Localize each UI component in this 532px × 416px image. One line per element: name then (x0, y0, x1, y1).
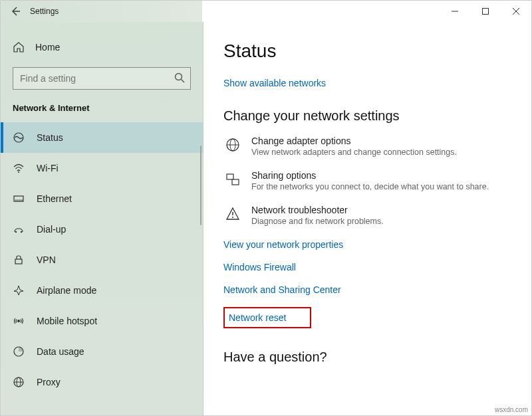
sidebar-item-label: Wi-Fi (37, 163, 59, 173)
sidebar-item-status[interactable]: Status (1, 122, 203, 153)
search-input[interactable] (13, 67, 191, 90)
link-windows-firewall[interactable]: Windows Firewall (223, 262, 511, 272)
sidebar-item-label: VPN (37, 255, 56, 265)
sidebar-section-label: Network & Internet (1, 99, 203, 122)
svg-point-28 (232, 217, 233, 218)
sidebar-scrollbar[interactable] (200, 146, 201, 225)
minimize-icon (452, 8, 458, 15)
proxy-icon (13, 376, 25, 388)
settings-window: Settings Home Network & Internet (0, 0, 532, 416)
sidebar-item-airplane[interactable]: Airplane mode (1, 275, 203, 306)
svg-point-5 (176, 74, 182, 80)
window-body: Home Network & Internet Status Wi-Fi (1, 22, 531, 415)
option-desc: For the networks you connect to, decide … (251, 182, 489, 191)
highlight-box: Network reset (223, 307, 311, 328)
minimize-button[interactable] (440, 1, 470, 22)
sidebar-item-label: Data usage (37, 346, 84, 357)
troubleshooter-icon (223, 205, 242, 226)
option-sharing[interactable]: Sharing options For the networks you con… (223, 170, 511, 191)
svg-point-14 (15, 231, 17, 233)
arrow-left-icon (10, 6, 21, 17)
option-desc: View network adapters and change connect… (251, 148, 457, 157)
status-icon (13, 132, 25, 144)
search-field-wrap (13, 67, 191, 90)
close-icon (513, 8, 519, 15)
sidebar-home[interactable]: Home (1, 33, 203, 62)
sidebar-item-hotspot[interactable]: Mobile hotspot (1, 306, 203, 336)
show-networks-link[interactable]: Show available networks (223, 78, 326, 88)
home-label: Home (35, 42, 60, 52)
maximize-icon (482, 8, 489, 15)
content-pane: Status Show available networks Change yo… (203, 22, 531, 415)
option-troubleshooter[interactable]: Network troubleshooter Diagnose and fix … (223, 205, 511, 226)
sidebar-item-dialup[interactable]: Dial-up (1, 214, 203, 245)
sidebar-item-datausage[interactable]: Data usage (1, 336, 203, 367)
link-view-properties[interactable]: View your network properties (223, 239, 511, 250)
window-controls (440, 1, 531, 22)
option-title: Sharing options (251, 170, 489, 181)
sidebar-item-label: Status (37, 132, 63, 143)
back-button[interactable] (1, 1, 30, 22)
search-icon (174, 72, 186, 84)
home-icon (13, 41, 25, 53)
airplane-icon (13, 284, 25, 296)
page-title: Status (223, 41, 511, 62)
sidebar-item-label: Dial-up (37, 224, 66, 235)
window-title: Settings (30, 7, 59, 16)
sidebar-item-label: Mobile hotspot (37, 316, 97, 326)
watermark: wsxdn.com (495, 406, 528, 413)
ethernet-icon (13, 193, 25, 205)
option-desc: Diagnose and fix network problems. (251, 217, 384, 226)
option-title: Network troubleshooter (251, 205, 384, 215)
svg-rect-25 (227, 174, 233, 179)
change-settings-heading: Change your network settings (223, 108, 511, 124)
vpn-icon (13, 254, 25, 266)
data-usage-icon (13, 346, 25, 358)
sidebar-item-label: Airplane mode (37, 285, 96, 296)
svg-point-8 (18, 171, 19, 173)
sidebar-item-proxy[interactable]: Proxy (1, 367, 203, 397)
close-button[interactable] (501, 1, 531, 22)
link-network-reset[interactable]: Network reset (229, 312, 286, 323)
sidebar-item-label: Ethernet (37, 193, 72, 204)
question-heading: Have a question? (223, 350, 511, 365)
sidebar-item-ethernet[interactable]: Ethernet (1, 183, 203, 214)
svg-rect-26 (232, 179, 239, 185)
svg-rect-2 (483, 9, 489, 15)
maximize-button[interactable] (470, 1, 501, 22)
adapter-icon (223, 136, 242, 157)
wifi-icon (13, 162, 25, 174)
svg-line-6 (182, 80, 185, 83)
option-text: Change adapter options View network adap… (251, 136, 457, 157)
svg-rect-16 (15, 259, 22, 264)
option-adapter[interactable]: Change adapter options View network adap… (223, 136, 511, 157)
sidebar-item-wifi[interactable]: Wi-Fi (1, 153, 203, 183)
sidebar-nav: Status Wi-Fi Ethernet Dial-up VPN (1, 122, 203, 397)
svg-point-15 (21, 231, 22, 233)
option-text: Network troubleshooter Diagnose and fix … (251, 205, 384, 226)
link-network-sharing-center[interactable]: Network and Sharing Center (223, 284, 511, 295)
dialup-icon (13, 223, 25, 235)
hotspot-icon (13, 315, 25, 327)
svg-point-17 (17, 320, 20, 322)
titlebar: Settings (1, 1, 531, 22)
option-title: Change adapter options (251, 136, 457, 146)
sidebar-item-vpn[interactable]: VPN (1, 245, 203, 275)
sidebar-item-label: Proxy (37, 377, 61, 387)
sharing-icon (223, 170, 242, 191)
sidebar: Home Network & Internet Status Wi-Fi (1, 22, 203, 415)
option-text: Sharing options For the networks you con… (251, 170, 489, 191)
